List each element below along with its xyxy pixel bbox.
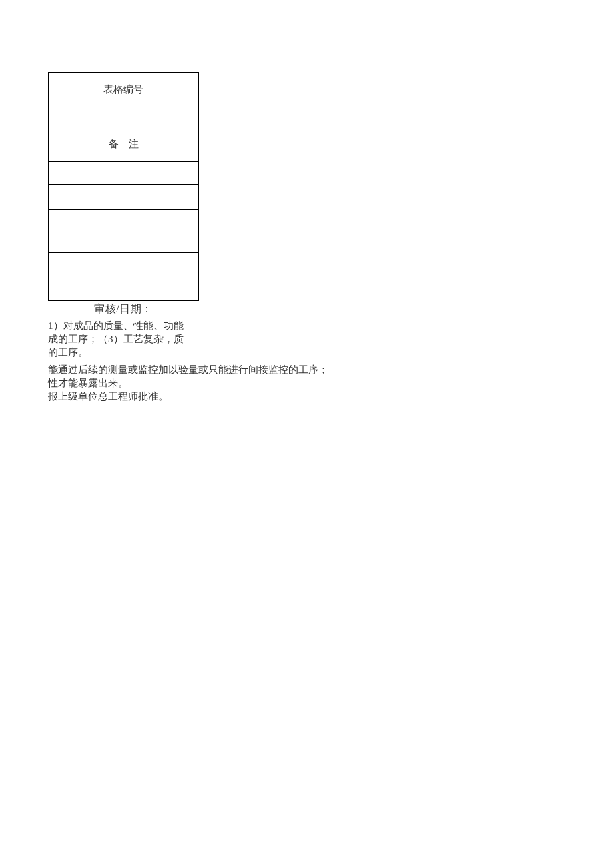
table-row <box>49 185 199 210</box>
table-header-remark: 备 注 <box>49 127 199 162</box>
paragraph-line: 1）对成品的质量、性能、功能 <box>48 319 328 332</box>
paragraph-line: 成的工序；（3）工艺复杂，质 <box>48 332 328 346</box>
paragraph-line: 报上级单位总工程师批准。 <box>48 390 328 403</box>
paragraph-line: 能通过后续的测量或监控加以验量或只能进行间接监控的工序； <box>48 363 328 376</box>
table-header-number: 表格编号 <box>49 73 199 107</box>
table-row <box>49 162 199 185</box>
table-cell-number-value <box>49 107 199 127</box>
body-text: 1）对成品的质量、性能、功能 成的工序；（3）工艺复杂，质 的工序。 能通过后续… <box>48 319 328 403</box>
table-row <box>49 274 199 301</box>
table-row <box>49 230 199 253</box>
form-table: 表格编号 备 注 <box>48 72 199 301</box>
paragraph-line: 性才能暴露出来。 <box>48 376 328 390</box>
paragraph-line: 的工序。 <box>48 346 328 359</box>
page-content: 表格编号 备 注 审核/日期： 1）对成品的质量、性能、功能 成的工序；（3）工… <box>48 72 328 403</box>
table-caption: 审核/日期： <box>48 302 199 316</box>
table-row <box>49 253 199 274</box>
table-row <box>49 210 199 230</box>
